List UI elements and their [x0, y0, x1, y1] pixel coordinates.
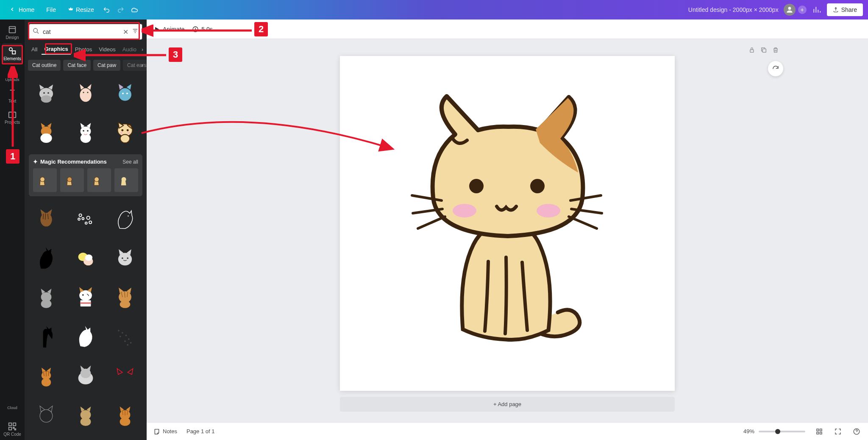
- rail-qrcode[interactable]: QR Code: [2, 419, 22, 439]
- graphic-result[interactable]: [29, 114, 64, 150]
- graphic-result[interactable]: [107, 280, 142, 315]
- svg-point-49: [41, 300, 52, 308]
- rail-projects[interactable]: Projects: [2, 107, 22, 127]
- suggestion-chip[interactable]: Cat outline: [28, 60, 61, 71]
- graphic-result[interactable]: [29, 241, 64, 276]
- zoom-percent[interactable]: 49%: [743, 428, 754, 434]
- insights-button[interactable]: [812, 5, 822, 15]
- filter-icon[interactable]: [132, 28, 139, 36]
- rail-more-4[interactable]: [2, 192, 22, 212]
- user-avatar[interactable]: [784, 4, 796, 16]
- magic-result[interactable]: [33, 168, 57, 192]
- page-indicator[interactable]: Page 1 of 1: [186, 428, 215, 434]
- search-input[interactable]: [43, 28, 120, 35]
- suggestion-chip[interactable]: Cat face: [63, 60, 91, 71]
- suggestion-chip[interactable]: Cat paw: [93, 60, 120, 71]
- graphic-result[interactable]: [68, 437, 103, 440]
- svg-point-38: [86, 216, 89, 219]
- bottom-bar: Notes Page 1 of 1 49%: [147, 422, 868, 440]
- graphic-result[interactable]: [68, 241, 103, 276]
- rail-more-2[interactable]: [2, 149, 22, 170]
- graphic-result[interactable]: [107, 114, 142, 150]
- rail-more-5[interactable]: [2, 213, 22, 233]
- graphic-result[interactable]: [68, 75, 103, 110]
- graphic-result[interactable]: [68, 114, 103, 150]
- graphic-result[interactable]: [29, 201, 64, 237]
- suggestions-scroll-right[interactable]: ›: [142, 62, 143, 68]
- document-title[interactable]: Untitled design - 2000px × 2000px: [688, 6, 779, 13]
- rail-more-8[interactable]: [2, 276, 22, 297]
- graphic-result[interactable]: [68, 201, 103, 237]
- see-all-link[interactable]: See all: [122, 159, 138, 165]
- graphic-result[interactable]: [29, 437, 64, 440]
- duplicate-page-icon[interactable]: [760, 47, 767, 55]
- home-button[interactable]: Home: [5, 4, 39, 16]
- clear-search-button[interactable]: ✕: [123, 28, 128, 36]
- rail-elements[interactable]: Elements: [2, 43, 22, 64]
- graphic-result[interactable]: [107, 437, 142, 440]
- notes-button[interactable]: Notes: [153, 428, 177, 435]
- svg-point-40: [85, 222, 87, 224]
- animate-button[interactable]: Animate: [153, 26, 184, 33]
- rail-more-6[interactable]: [2, 234, 22, 254]
- cloud-sync-icon[interactable]: [129, 5, 139, 15]
- graphic-result[interactable]: [68, 280, 103, 315]
- tab-photos[interactable]: Photos: [72, 45, 95, 54]
- svg-rect-53: [81, 302, 91, 304]
- magic-result[interactable]: [60, 168, 84, 192]
- graphic-result[interactable]: [107, 75, 142, 110]
- refresh-button[interactable]: [768, 61, 783, 76]
- magic-result[interactable]: [114, 168, 138, 192]
- graphic-result[interactable]: [29, 398, 64, 433]
- graphic-result[interactable]: [107, 201, 142, 237]
- canvas-viewport[interactable]: + Add page: [147, 39, 868, 422]
- svg-point-25: [121, 129, 123, 131]
- rail-more-1[interactable]: [2, 128, 22, 148]
- svg-point-55: [120, 301, 130, 308]
- svg-point-59: [125, 334, 127, 336]
- delete-page-icon[interactable]: [772, 47, 779, 55]
- canvas-page[interactable]: [340, 56, 675, 391]
- redo-button[interactable]: [115, 5, 125, 15]
- undo-button[interactable]: [102, 5, 112, 15]
- tab-audio[interactable]: Audio: [120, 45, 139, 54]
- graphic-result[interactable]: [68, 359, 103, 394]
- graphic-result[interactable]: [68, 398, 103, 433]
- graphic-result[interactable]: [29, 359, 64, 394]
- rail-text[interactable]: Text: [2, 86, 22, 106]
- rail-design[interactable]: Design: [2, 22, 22, 42]
- rail-cloud[interactable]: Cloud: [2, 398, 22, 418]
- results-scroll[interactable]: ✦ Magic Recommendations See all: [25, 75, 147, 440]
- add-collaborator-button[interactable]: +: [798, 6, 807, 14]
- tabs-scroll-right[interactable]: ›: [142, 47, 143, 53]
- tab-all[interactable]: All: [29, 45, 40, 54]
- graphic-result[interactable]: [29, 280, 64, 315]
- graphic-result[interactable]: [29, 75, 64, 110]
- zoom-slider[interactable]: [759, 431, 805, 432]
- grid-view-button[interactable]: [815, 427, 824, 436]
- graphic-result[interactable]: [107, 319, 142, 354]
- lock-icon[interactable]: [748, 47, 755, 55]
- tab-videos[interactable]: Videos: [96, 45, 118, 54]
- rail-uploads[interactable]: Uploads: [2, 64, 22, 85]
- magic-recommendations: ✦ Magic Recommendations See all: [29, 154, 142, 196]
- graphic-result[interactable]: [107, 241, 142, 276]
- graphic-result[interactable]: [29, 319, 64, 354]
- fullscreen-button[interactable]: [833, 427, 843, 436]
- graphic-result[interactable]: [107, 398, 142, 433]
- rail-more-7[interactable]: [2, 255, 22, 276]
- add-page-button[interactable]: + Add page: [340, 397, 675, 412]
- share-button[interactable]: Share: [827, 3, 863, 16]
- rail-more-3[interactable]: [2, 170, 22, 191]
- graphic-result[interactable]: [68, 319, 103, 354]
- magic-result[interactable]: [87, 168, 111, 192]
- tab-graphics[interactable]: Graphics: [42, 44, 70, 55]
- svg-point-14: [87, 92, 88, 93]
- graphic-result[interactable]: [107, 359, 142, 394]
- svg-point-28: [127, 132, 130, 134]
- help-button[interactable]: [852, 427, 861, 436]
- file-menu[interactable]: File: [42, 4, 60, 16]
- canvas-cat-illustration[interactable]: [395, 88, 620, 359]
- resize-menu[interactable]: Resize: [64, 4, 98, 16]
- duration-display[interactable]: 5.0s: [192, 26, 212, 33]
